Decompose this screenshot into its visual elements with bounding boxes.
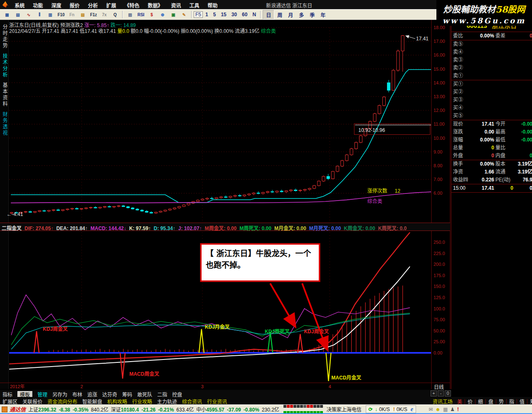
candle-body [140, 210, 143, 211]
zoom-+-button[interactable]: + [431, 390, 437, 397]
period-30-button[interactable]: 30 [229, 12, 239, 17]
mini-tab-值[interactable]: 值 [517, 399, 527, 405]
cycle-tab-年[interactable]: 年 [318, 10, 328, 19]
info-report-icon[interactable]: ▥ [45, 10, 55, 19]
mail-icon[interactable]: ✉ [429, 407, 435, 412]
candle-body [164, 210, 167, 211]
zoom---button[interactable]: - [438, 390, 444, 397]
candle-body [85, 208, 88, 209]
f5-refresh-button[interactable]: F5 [194, 11, 203, 18]
vol1: 0 [494, 184, 513, 192]
signal-label: KDJ周死叉 [265, 329, 290, 335]
menu-item-帮助[interactable]: 帮助 [204, 0, 222, 9]
tab-机构攻略[interactable]: 机构攻略 [107, 399, 127, 405]
mini-tab-筹[interactable]: 筹 [527, 399, 532, 405]
value: 76.9 [513, 176, 532, 184]
tab-行业资讯[interactable]: 行业资讯 [207, 399, 227, 405]
money-icon[interactable]: $ [147, 10, 157, 19]
mini-tab-势[interactable]: 势 [496, 399, 507, 405]
candle-body [38, 211, 41, 211]
quote-grid-icon[interactable]: ▤ [13, 10, 23, 19]
f10-icon[interactable]: F10 [56, 10, 66, 19]
candle-body [336, 166, 339, 171]
notes-icon[interactable]: ▤ [78, 10, 88, 19]
indicator-seg-6: J: 102.07↑ [178, 226, 202, 231]
menu-item-扩展[interactable]: 扩展 [102, 0, 120, 9]
rsi-icon[interactable]: RSI [136, 10, 146, 19]
cycle-tab-季[interactable]: 季 [307, 10, 318, 19]
cycle-tab-月[interactable]: 月 [285, 10, 296, 19]
menu-item-功能[interactable]: 功能 [29, 0, 47, 9]
period-N-button[interactable]: N [250, 12, 259, 17]
signal-spike [326, 353, 331, 381]
label: 换手 [452, 160, 471, 168]
candle-body [303, 189, 306, 190]
mini-chart-icon[interactable]: ▦ [443, 407, 450, 412]
mini-tab-价[interactable]: 价 [465, 399, 475, 405]
tab-行业攻略[interactable]: 行业攻略 [132, 399, 152, 405]
buy-row: 买④ [451, 104, 532, 112]
menu-item-资讯[interactable]: 资讯 [167, 0, 185, 9]
cycle-tab-日[interactable]: 日 [263, 10, 274, 20]
alert-icon[interactable]: ! [457, 407, 461, 412]
zoom-icon[interactable]: Q [110, 10, 120, 19]
buy-label: 买② [452, 88, 471, 96]
label: 涨幅 [452, 136, 471, 144]
tab-资金流向分布[interactable]: 资金流向分布 [47, 399, 77, 405]
zoom-0-button[interactable]: 0 [445, 390, 451, 397]
mini-tab-盘[interactable]: 盘 [486, 399, 496, 405]
tab-扩展区[interactable]: 扩展区 [2, 399, 17, 405]
candle-body [206, 198, 209, 199]
menu-item-分析[interactable]: 分析 [84, 0, 102, 9]
menu-item-工具[interactable]: 工具 [185, 0, 203, 9]
face-icon[interactable]: ☻ [435, 407, 443, 412]
period-5-button[interactable]: 5 [211, 12, 219, 17]
pencil-icon[interactable]: ✎ [179, 10, 189, 19]
mark-icon[interactable]: ▣ [168, 10, 178, 19]
cycle-tab-周[interactable]: 周 [274, 10, 285, 19]
index-中小[interactable]: 中小4595.57-37.09-0.80%230.2亿 [196, 406, 279, 413]
tab-关联报价[interactable]: 关联报价 [22, 399, 42, 405]
period-60-button[interactable]: 60 [239, 12, 250, 17]
value [513, 144, 532, 152]
value: 0 [513, 152, 532, 160]
mini-tab-细[interactable]: 细 [475, 399, 486, 405]
detail-row: 涨幅0.00%最低-0.00 [451, 136, 532, 144]
compass-icon[interactable]: ⊕ [158, 10, 167, 19]
main-ytick: 16.00 [433, 52, 445, 57]
label: PE(动) [494, 176, 513, 184]
heat-square [293, 405, 296, 408]
menu-item-数据》[interactable]: 数据》 [143, 0, 167, 9]
kline-chart-icon[interactable]: ⫼ [34, 10, 44, 19]
candle-body [52, 210, 55, 210]
menu-item-《特色[interactable]: 《特色 [120, 0, 143, 9]
menu-item-系统[interactable]: 系统 [10, 0, 29, 9]
area-select-icon[interactable]: ▨ [125, 10, 135, 19]
candle-body [57, 210, 60, 211]
fn-icon[interactable]: Fn [67, 10, 77, 19]
menu-item-深度[interactable]: 深度 [47, 0, 65, 9]
trend-chart-icon[interactable]: ∿ [24, 10, 34, 19]
mini-tab-美[interactable]: 美 [455, 399, 465, 405]
tab-主力轨迹[interactable]: 主力轨迹 [157, 399, 177, 405]
menu-item-报价[interactable]: 报价 [65, 0, 84, 9]
new-window-icon[interactable]: ▦ [2, 10, 12, 19]
cycle-tab-多[interactable]: 多 [296, 10, 307, 19]
index-深证[interactable]: 深证10180.4-21.26-0.21%633.4亿 [111, 406, 194, 413]
tab-智能解盘[interactable]: 智能解盘 [82, 399, 102, 405]
chart-header-line2: 2012/04/27/五 开17.41 高17.41 低17.41 收17.41… [9, 27, 276, 33]
candle-body [24, 212, 27, 212]
candle-body [280, 191, 283, 192]
period-15-button[interactable]: 15 [218, 12, 229, 17]
period-1-button[interactable]: 1 [203, 12, 211, 17]
toolbar-separator [260, 11, 261, 18]
weicha-value: 0 [513, 32, 532, 40]
tab-综合资讯[interactable]: 综合资讯 [182, 399, 202, 405]
7x-icon[interactable]: 7x [99, 10, 109, 19]
f1z-icon[interactable]: F1z [89, 10, 99, 19]
user-icon[interactable]: ♟ [450, 407, 457, 412]
news-factory-tab[interactable]: 资讯工场 [431, 399, 455, 405]
index-上证[interactable]: 上证2396.32-8.38-0.35%840.2亿 [28, 406, 108, 413]
mini-tab-指[interactable]: 指 [507, 399, 517, 405]
sell-label: 卖③ [452, 56, 471, 64]
